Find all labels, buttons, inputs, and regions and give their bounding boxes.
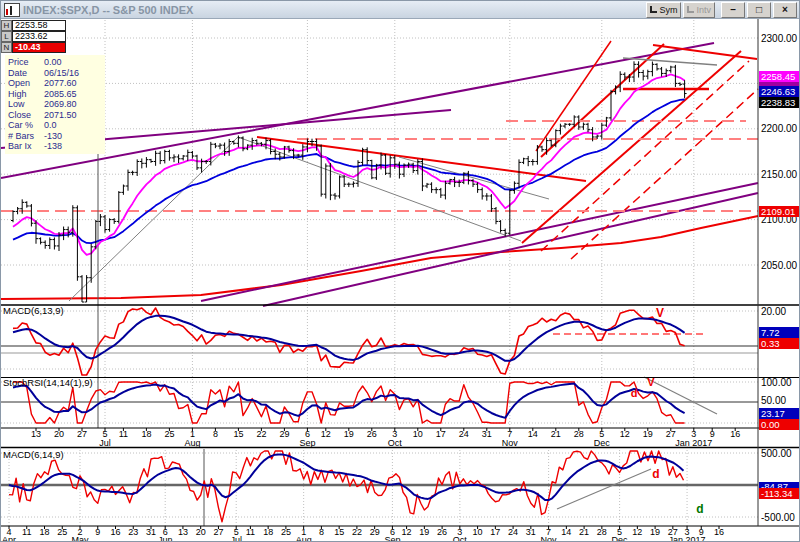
ohlc-bar: [140, 158, 144, 168]
date-tick-label: 26: [437, 527, 447, 537]
trendline: [201, 183, 758, 301]
indicator-axis-label: 500.00: [761, 448, 792, 459]
date-tick-label: 23: [128, 527, 138, 537]
macd1-title: MACD(6,13,9): [3, 305, 64, 316]
hud-low-key: L: [1, 31, 12, 42]
ohlc-bar: [48, 237, 52, 249]
date-tick-label: 15: [334, 527, 344, 537]
date-tick-label: 10: [473, 527, 483, 537]
ohlc-bar: [430, 182, 434, 193]
ohlc-bar: [172, 154, 176, 162]
price-axis-label: 2200.00: [761, 123, 798, 134]
annotation-V: V: [656, 306, 664, 320]
hud-net-key: N: [1, 42, 12, 53]
date-tick-label: 12: [321, 429, 331, 439]
date-tick-label: 31: [146, 527, 156, 537]
ohlc-bar: [11, 210, 15, 222]
restore-button[interactable]: □: [747, 2, 771, 18]
ohlc-bar: [250, 138, 254, 150]
interval-button-icon: [687, 6, 694, 13]
date-tick-label: 24: [508, 527, 518, 537]
date-tick-label: 13: [31, 429, 41, 439]
ohlc-bar: [190, 151, 194, 159]
date-tick-label: 12: [620, 429, 630, 439]
date-tick-label: 27: [77, 429, 87, 439]
macd2-title: MACD(6,14,9): [3, 449, 64, 460]
date-tick-label: 29: [279, 429, 289, 439]
ohlc-bar: [526, 156, 530, 166]
ohlc-bar: [108, 218, 112, 231]
ohlc-bar: [89, 244, 93, 283]
info-row-low: Low2069.80: [8, 99, 102, 110]
trendline: [541, 44, 664, 157]
ohlc-bar: [365, 147, 369, 164]
info-row-chg: Car %0.0: [8, 120, 102, 131]
ohlc-bar: [126, 170, 130, 191]
date-tick-label: 22: [352, 527, 362, 537]
date-tick-label: 19: [419, 527, 429, 537]
ohlc-bar: [213, 143, 217, 148]
close-button[interactable]: ×: [773, 2, 797, 18]
ma-fast: [13, 74, 685, 255]
month-label: Dec: [612, 535, 629, 541]
month-label: Aug: [184, 438, 200, 448]
month-label: Oct: [453, 535, 468, 541]
indicator-axis-label: -500.00: [761, 512, 795, 523]
date-tick-label: 26: [367, 429, 377, 439]
interval-button[interactable]: Intv: [683, 2, 715, 18]
ohlc-bar: [167, 150, 171, 161]
ohlc-bar: [135, 159, 139, 176]
date-tick-label: 31: [482, 429, 492, 439]
crosshair-info-box: Price0.00 Date06/15/16 Open2077.60 High2…: [5, 55, 105, 154]
trendline: [69, 137, 238, 301]
ohlc-bar: [121, 185, 125, 195]
date-tick-label: 28: [574, 429, 584, 439]
month-label: May: [71, 535, 89, 541]
date-tick-label: 17: [490, 527, 500, 537]
trendline: [522, 51, 741, 243]
month-label: Jan 2017: [675, 438, 712, 448]
annotation-d: d: [696, 502, 703, 516]
symbol-button-icon: [650, 6, 657, 13]
date-tick-label: 16: [730, 429, 740, 439]
titlebar[interactable]: INDEX:$SPX,D -- S&P 500 INDEX Sym Intv –…: [1, 1, 799, 19]
indicator-axis-label: 50.00: [761, 395, 786, 406]
support-curve: [1, 216, 758, 299]
ohlc-bar: [678, 82, 682, 86]
price-axis-label: 2150.00: [761, 169, 798, 180]
ohlc-bar: [586, 123, 590, 132]
annotation-d: d: [631, 387, 638, 399]
date-tick-label: 12: [632, 527, 642, 537]
date-tick-label: 19: [643, 429, 653, 439]
month-label: Apr: [2, 535, 16, 541]
ohlc-bar: [540, 146, 544, 152]
indicator-axis-label: 100.00: [761, 377, 792, 388]
value-tag-text: 23.17: [761, 408, 785, 419]
date-tick-label: 20: [54, 429, 64, 439]
ohlc-bar: [439, 188, 443, 198]
month-label: Jun: [158, 535, 173, 541]
date-tick-label: 29: [370, 527, 380, 537]
date-tick-label: 28: [597, 527, 607, 537]
month-label: Nov: [502, 438, 519, 448]
month-label: Jul: [99, 438, 111, 448]
info-row-open: Open2077.60: [8, 78, 102, 89]
symbol-button[interactable]: Sym: [646, 2, 681, 18]
date-tick-label: 19: [650, 527, 660, 537]
ohlc-bar: [181, 155, 185, 160]
date-tick-label: 25: [164, 429, 174, 439]
minimize-button[interactable]: –: [721, 2, 745, 18]
window-title: INDEX:$SPX,D -- S&P 500 INDEX: [23, 4, 644, 16]
ohlc-bar: [655, 63, 659, 70]
ohlc-bar: [466, 171, 470, 185]
ohlc-bar: [149, 159, 153, 163]
ohlc-bar: [103, 215, 107, 233]
chart-window: INDEX:$SPX,D -- S&P 500 INDEX Sym Intv –…: [0, 0, 800, 542]
info-row-bars: # Bars-130: [8, 131, 102, 142]
chart-canvas[interactable]: MACD(6,13,9)StochRSI(14,14(1),9)MACD(6,1…: [1, 19, 799, 541]
trendline: [557, 469, 651, 509]
date-tick-label: 11: [119, 429, 128, 439]
ohlc-bar: [186, 150, 190, 161]
ohlc-bar: [494, 207, 498, 224]
date-tick-label: 31: [526, 527, 536, 537]
